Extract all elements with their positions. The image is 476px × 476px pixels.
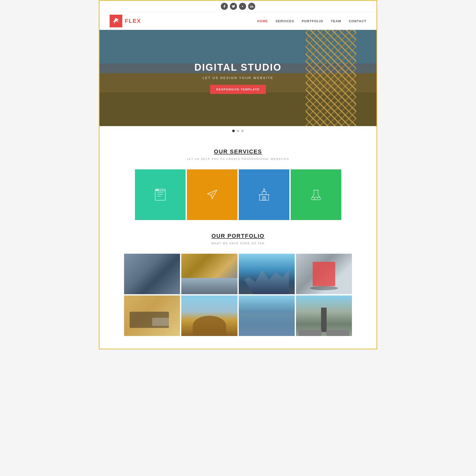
svg-point-4: [156, 190, 157, 190]
service-card-flask[interactable]: [291, 169, 341, 220]
portfolio-item-1[interactable]: +: [124, 254, 180, 294]
nav-links: HOME SERVICES PORTFOLIO TEAM CONTACT: [257, 19, 366, 23]
logo[interactable]: FLEX: [110, 15, 141, 27]
linkedin-icon[interactable]: [248, 3, 255, 10]
svg-point-5: [157, 190, 158, 190]
facebook-icon[interactable]: [221, 3, 228, 10]
hero-section: DIGITAL STUDIO LET US DESIGN YOUR WEBSIT…: [100, 30, 376, 126]
nav-portfolio[interactable]: PORTFOLIO: [302, 19, 323, 23]
carousel-dots: [100, 126, 376, 136]
nav-contact[interactable]: CONTACT: [349, 19, 366, 23]
svg-rect-1: [250, 6, 251, 8]
portfolio-item-5[interactable]: +: [124, 295, 180, 336]
portfolio-item-8[interactable]: +: [296, 295, 352, 336]
service-card-building[interactable]: [239, 169, 289, 220]
portfolio-section: OUR PORTFOLIO WHAT WE HAVE DONE SO FAR +…: [100, 233, 376, 349]
portfolio-item-3[interactable]: +: [239, 254, 295, 294]
svg-point-2: [250, 5, 251, 5]
hero-structure-decoration: [306, 30, 356, 126]
services-section: OUR SERVICES LET US HELP YOU TO CREATE P…: [100, 136, 376, 233]
svg-rect-7: [263, 197, 264, 200]
logo-icon: [110, 15, 122, 27]
services-title: OUR SERVICES: [105, 148, 371, 155]
portfolio-subtitle: WHAT WE HAVE DONE SO FAR: [105, 242, 371, 245]
hero-cta-button[interactable]: RESPONSIVE TEMPLATE: [210, 85, 266, 94]
svg-point-0: [242, 6, 243, 7]
svg-point-10: [317, 198, 318, 199]
service-card-send[interactable]: [187, 169, 237, 220]
services-grid: [124, 169, 352, 220]
hero-content: DIGITAL STUDIO LET US DESIGN YOUR WEBSIT…: [194, 62, 282, 94]
portfolio-title: OUR PORTFOLIO: [105, 233, 371, 239]
portfolio-item-7[interactable]: +: [239, 295, 295, 336]
google-icon[interactable]: [239, 3, 246, 10]
navbar: FLEX HOME SERVICES PORTFOLIO TEAM CONTAC…: [100, 12, 376, 30]
carousel-dot-1[interactable]: [232, 130, 235, 132]
nav-team[interactable]: TEAM: [331, 19, 341, 23]
service-card-code[interactable]: [135, 169, 186, 220]
services-subtitle: LET US HELP YOU TO CREATE PROFESSIONAL W…: [105, 157, 371, 161]
social-bar: [100, 1, 376, 12]
logo-text: FLEX: [125, 18, 141, 24]
portfolio-item-6[interactable]: +: [181, 295, 237, 336]
hero-title: DIGITAL STUDIO: [194, 62, 282, 73]
nav-home[interactable]: HOME: [257, 19, 268, 23]
carousel-dot-2[interactable]: [237, 130, 239, 132]
hero-subtitle: LET US DESIGN YOUR WEBSITE: [194, 76, 282, 80]
svg-point-9: [314, 198, 315, 199]
svg-rect-8: [264, 197, 266, 200]
portfolio-item-4[interactable]: +: [296, 254, 352, 294]
portfolio-item-2[interactable]: +: [181, 254, 237, 294]
portfolio-grid: + + + +: [124, 254, 352, 336]
nav-services[interactable]: SERVICES: [275, 19, 294, 23]
twitter-icon[interactable]: [230, 3, 237, 10]
carousel-dot-3[interactable]: [241, 130, 244, 132]
